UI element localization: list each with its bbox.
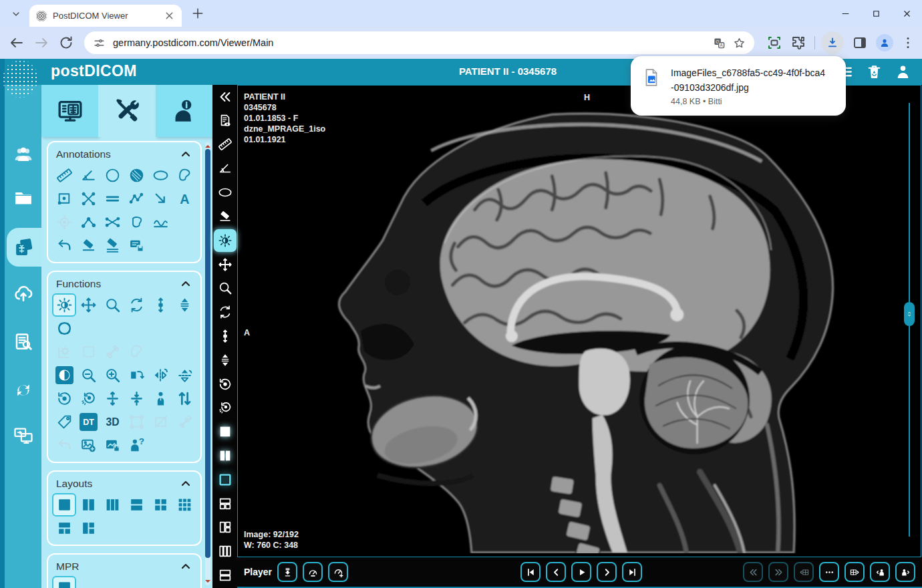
user-icon[interactable] <box>895 63 911 80</box>
toolbar-brightness[interactable] <box>214 229 237 252</box>
text-tool[interactable]: A <box>172 187 196 210</box>
toolbar-reset-rotate[interactable] <box>212 372 237 396</box>
next-button[interactable] <box>597 562 617 582</box>
image-scroll-thumb[interactable] <box>904 302 915 326</box>
chevron-up-icon[interactable] <box>179 477 192 490</box>
reload-button[interactable] <box>58 35 74 51</box>
ellipse-tool[interactable] <box>148 164 172 187</box>
scroll-up-arrow-icon[interactable] <box>205 142 210 148</box>
toolbar-rotate[interactable] <box>212 300 237 324</box>
maximize-button[interactable] <box>861 0 891 27</box>
save-annotation-tool[interactable] <box>124 234 148 257</box>
layout-3x3-tool[interactable] <box>172 493 196 517</box>
parallel-lines-tool[interactable] <box>100 187 124 210</box>
play-button[interactable] <box>571 562 591 582</box>
flip-h-tool[interactable] <box>148 363 172 387</box>
layout-1x2-tool[interactable] <box>76 493 100 517</box>
layout-1x1-tool[interactable] <box>52 493 76 517</box>
closed-region-tool[interactable] <box>124 210 148 234</box>
image-export-tool[interactable] <box>76 434 100 457</box>
patient-next-button[interactable] <box>895 562 915 582</box>
zoom-out-tool[interactable] <box>76 363 100 387</box>
back-button[interactable] <box>9 35 25 51</box>
toolbar-ruler[interactable] <box>212 133 237 157</box>
polyline-tool[interactable] <box>124 187 148 210</box>
circle-tool[interactable] <box>100 164 124 187</box>
toolbar-scroll-v[interactable] <box>212 324 237 348</box>
minimize-button[interactable] <box>830 0 861 27</box>
reset-brightness-tool[interactable] <box>76 387 100 410</box>
tab-tools[interactable] <box>98 85 155 137</box>
extensions-icon[interactable] <box>790 35 806 51</box>
screenshot-icon[interactable] <box>766 35 782 51</box>
image-save-tool[interactable] <box>100 434 124 457</box>
toolbar-reset-brightness[interactable] <box>212 396 237 420</box>
speed-down-button[interactable] <box>303 562 323 582</box>
previous-button[interactable] <box>546 562 566 582</box>
download-button[interactable] <box>277 562 297 582</box>
toolbar-collapse[interactable] <box>212 85 237 109</box>
speed-up-button[interactable] <box>328 562 348 582</box>
rotate-tool[interactable] <box>124 293 148 317</box>
flip-v-tool[interactable] <box>172 363 196 387</box>
image-viewport[interactable]: PATIENT II034567801.01.1853 - Fdzne_MPRA… <box>237 85 921 557</box>
dt-tool[interactable]: DT <box>76 410 100 434</box>
tab-patient-info[interactable] <box>156 85 212 137</box>
trash-icon[interactable] <box>866 63 883 80</box>
threed-tool[interactable]: 3D <box>100 410 124 434</box>
site-settings-icon[interactable] <box>93 37 106 49</box>
reset-rotate-tool[interactable] <box>52 387 76 410</box>
eraser-all-tool[interactable] <box>100 234 124 257</box>
toolbar-layout-1-2-right-o[interactable] <box>212 516 237 540</box>
layout-2x1-tool[interactable] <box>124 493 148 517</box>
rect-roi-tool[interactable] <box>52 187 76 210</box>
toolbar-layout-2x1-o[interactable] <box>212 563 237 587</box>
layout-1x3-tool[interactable] <box>100 493 124 517</box>
toolbar-layout-1-2-bottom-o[interactable] <box>212 492 237 516</box>
close-button[interactable] <box>891 0 922 27</box>
open-angle-tool[interactable] <box>76 210 100 234</box>
brightness-tool[interactable] <box>52 293 76 317</box>
downloads-button[interactable] <box>821 31 844 54</box>
patient-orientation-tool[interactable] <box>148 387 172 410</box>
bookmark-star-icon[interactable] <box>733 37 746 49</box>
sidebar-item-upload[interactable] <box>5 274 41 313</box>
toolbar-layout-1x3-o[interactable] <box>212 539 237 563</box>
tab-search-chevron-icon[interactable] <box>7 5 25 23</box>
layout-1-2-right-tool[interactable] <box>76 517 100 540</box>
download-filename[interactable]: ImageFiles_c6788fa5-cc49-4f0f-bca4-09103… <box>671 66 826 95</box>
sidebar-item-worklist[interactable] <box>5 322 41 361</box>
tab-close-icon[interactable] <box>164 10 175 21</box>
toolbar-viewport-single[interactable] <box>212 468 237 492</box>
angle-tool[interactable] <box>76 164 100 187</box>
more-button[interactable] <box>819 562 839 582</box>
layout-1x1-tool[interactable] <box>52 576 76 588</box>
layout-1-2-bottom-tool[interactable] <box>52 517 76 540</box>
circle-filled-tool[interactable] <box>124 164 148 187</box>
scroll-down-arrow-icon[interactable] <box>205 580 210 585</box>
toolbar-pan[interactable] <box>212 253 237 277</box>
toolbar-eraser[interactable] <box>212 204 237 229</box>
toolbar-layout-1x2-filled[interactable] <box>212 444 237 468</box>
magnify-tool[interactable] <box>100 293 124 317</box>
first-button[interactable] <box>520 562 541 582</box>
person-question-tool[interactable]: ? <box>124 434 148 457</box>
zoom-in-tool[interactable] <box>100 363 124 387</box>
contrast-tool[interactable] <box>52 363 76 387</box>
scroll-v-tool[interactable] <box>148 293 172 317</box>
browser-menu-icon[interactable] <box>900 35 916 51</box>
expand-v-tool[interactable] <box>100 387 124 410</box>
cross-lines-tool[interactable] <box>76 187 100 210</box>
layout-2x2-tool[interactable] <box>148 493 172 517</box>
panel-scrollbar[interactable] <box>205 142 210 585</box>
chevron-up-icon[interactable] <box>179 148 192 161</box>
toolbar-levels[interactable] <box>212 348 237 372</box>
forward-button[interactable] <box>33 35 49 51</box>
undo-tool[interactable] <box>52 234 76 257</box>
tag-tool[interactable] <box>52 410 76 434</box>
spline-wave-tool[interactable] <box>148 210 172 234</box>
chevron-up-icon[interactable] <box>179 277 192 291</box>
arrow-tool[interactable] <box>148 187 172 210</box>
sidebar-item-transfer[interactable] <box>5 371 41 410</box>
side-panel-icon[interactable] <box>852 35 868 51</box>
